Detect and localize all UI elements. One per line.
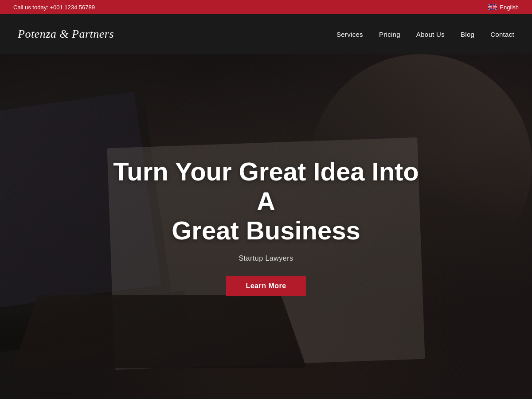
logo-part2: Partners	[72, 27, 114, 40]
site-header: Potenza & Partners Services Pricing Abou…	[0, 14, 532, 54]
nav-item-about[interactable]: About Us	[416, 31, 445, 38]
logo-ampersand: &	[59, 27, 72, 40]
hero-title: Turn Your Great Idea Into A Great Busine…	[106, 157, 426, 246]
hero-title-line1: Turn Your Great Idea Into A	[113, 157, 419, 215]
logo-part1: Potenza	[18, 27, 56, 40]
language-selector[interactable]: English	[488, 4, 519, 11]
hero-section: Turn Your Great Idea Into A Great Busine…	[0, 54, 532, 399]
logo-text: Potenza & Partners	[18, 27, 114, 40]
nav-item-blog[interactable]: Blog	[461, 31, 474, 38]
top-bar: Call us today: +001 1234 56789 English	[0, 0, 532, 14]
hero-cta-button[interactable]: Learn More	[226, 276, 305, 296]
nav-item-services[interactable]: Services	[336, 31, 363, 38]
main-nav: Services Pricing About Us Blog Contact	[336, 31, 514, 38]
language-label: English	[500, 4, 519, 11]
site-logo[interactable]: Potenza & Partners	[18, 27, 114, 41]
hero-content: Turn Your Great Idea Into A Great Busine…	[89, 157, 443, 296]
flag-icon	[488, 4, 497, 10]
hero-title-line2: Great Business	[172, 216, 360, 245]
nav-item-pricing[interactable]: Pricing	[379, 31, 400, 38]
phone-number: Call us today: +001 1234 56789	[13, 4, 95, 11]
nav-item-contact[interactable]: Contact	[490, 31, 514, 38]
hero-subtitle: Startup Lawyers	[106, 254, 426, 262]
